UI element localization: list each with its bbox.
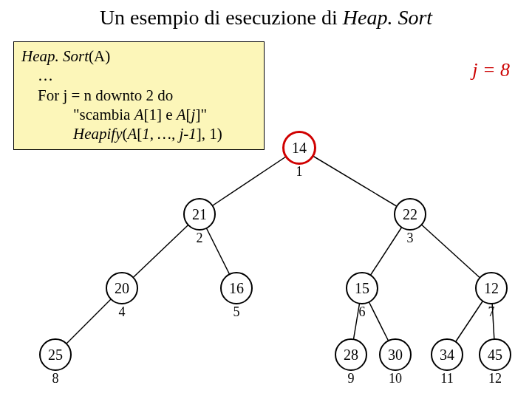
code-line-5: Heapify(A[1, …, j-1], 1) <box>21 124 256 143</box>
tree-index-2: 2 <box>197 231 203 246</box>
tree-node-1: 14 <box>282 131 316 165</box>
code-line-4: "scambia A[1] e A[j]" <box>21 105 256 124</box>
tree-index-5: 5 <box>233 304 240 320</box>
tree-node-12: 45 <box>479 338 511 371</box>
code-line-1: Heap. Sort(A) <box>21 47 256 66</box>
tree-index-7: 7 <box>488 304 495 320</box>
title-pre: Un esempio di esecuzione di <box>100 6 343 29</box>
code-line-3: For j = n downto 2 do <box>21 86 256 105</box>
tree-index-4: 4 <box>119 304 126 320</box>
tree-node-6: 15 <box>346 272 378 304</box>
tree-index-3: 3 <box>407 231 414 246</box>
j-indicator: j = 8 <box>472 59 510 81</box>
svg-line-1 <box>299 148 410 214</box>
tree-node-5: 16 <box>220 272 253 304</box>
tree-node-11: 34 <box>431 338 463 371</box>
tree-node-2: 21 <box>183 198 216 231</box>
tree-node-3: 22 <box>394 198 426 231</box>
code-line-2: … <box>21 66 256 85</box>
tree-index-10: 10 <box>389 371 402 386</box>
tree-index-6: 6 <box>359 304 366 320</box>
tree-node-9: 28 <box>335 338 367 371</box>
tree-node-4: 20 <box>106 272 138 304</box>
tree-node-7: 12 <box>475 272 508 304</box>
tree-index-8: 8 <box>52 371 59 386</box>
page-title: Un esempio di esecuzione di Heap. Sort <box>0 0 532 30</box>
tree-index-1: 1 <box>296 164 303 180</box>
tree-index-9: 9 <box>348 371 355 386</box>
pseudocode-box: Heap. Sort(A) … For j = n downto 2 do "s… <box>13 41 265 150</box>
tree-index-12: 12 <box>488 371 502 386</box>
tree-node-8: 25 <box>39 338 72 371</box>
svg-line-0 <box>200 148 299 214</box>
title-name: Heap. Sort <box>343 6 432 29</box>
tree-node-10: 30 <box>379 338 412 371</box>
tree-index-11: 11 <box>440 371 453 386</box>
